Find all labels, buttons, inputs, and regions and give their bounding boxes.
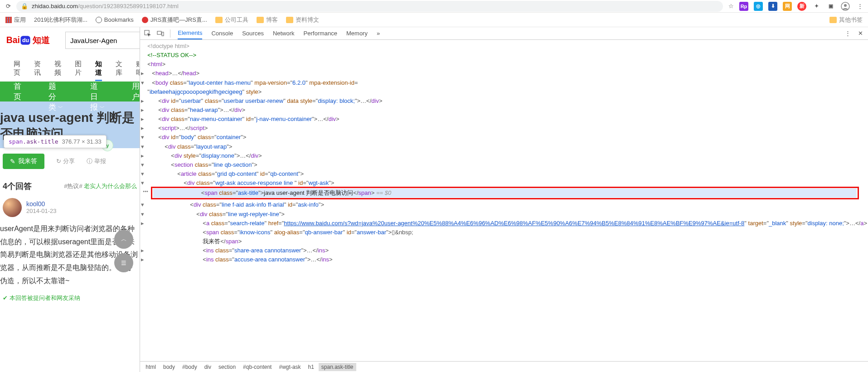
- svg-text:Bai: Bai: [6, 35, 20, 45]
- device-icon[interactable]: [155, 29, 165, 39]
- share-button[interactable]: ↻分享: [56, 157, 75, 165]
- ext-icon[interactable]: ◎: [754, 2, 763, 11]
- nav-home[interactable]: 首页: [0, 81, 35, 102]
- url-bar[interactable]: 🔒 zhidao.baidu.com/question/192389325899…: [16, 1, 723, 12]
- page: Bai du 知道 百度首页 fdaskjhkj ▾ 消息(2) 搜索答案: [0, 27, 140, 372]
- ext-icon[interactable]: ⬇: [768, 2, 777, 11]
- bookmarks-bar: 应用 2019比佛利环翡湖... Bookmarks JRS直播吧—JRS直..…: [0, 13, 868, 27]
- star-icon[interactable]: ☆: [727, 2, 736, 11]
- bc-item[interactable]: span.ask-title: [319, 363, 356, 371]
- ext-icon[interactable]: ▣: [826, 2, 835, 11]
- bookmark-item[interactable]: 2019比佛利环翡湖...: [34, 16, 87, 24]
- devtools-tab-performance[interactable]: Performance: [304, 27, 337, 39]
- inspect-icon[interactable]: [143, 29, 153, 39]
- answer-button[interactable]: ✎我来答: [3, 154, 44, 169]
- bookmark-folder[interactable]: 公司工具: [215, 16, 248, 24]
- pencil-icon: ✎: [10, 158, 15, 165]
- devtools-tab-console[interactable]: Console: [211, 27, 233, 39]
- folder-icon: [829, 17, 837, 23]
- bc-item[interactable]: body: [160, 363, 178, 371]
- bc-item[interactable]: html: [143, 363, 159, 371]
- bc-item[interactable]: section: [216, 363, 238, 371]
- hot-link[interactable]: 老实人为什么会那么: [84, 183, 137, 189]
- svg-rect-8: [162, 32, 164, 36]
- tab-news[interactable]: 资讯: [34, 57, 41, 81]
- gutter-dots: •••: [140, 188, 151, 195]
- tab-web[interactable]: 网页: [14, 57, 20, 81]
- answer-count: 4个回答: [3, 181, 32, 192]
- bc-item[interactable]: #body: [179, 363, 200, 371]
- accepted-badge: ✔本回答被提问者和网友采纳: [0, 292, 140, 304]
- bc-item[interactable]: #qb-content: [240, 363, 274, 371]
- dom-breadcrumbs: html body #body div section #qb-content …: [140, 361, 868, 372]
- url-host: zhidao.baidu.com: [32, 3, 78, 10]
- apps-button[interactable]: 应用: [5, 16, 26, 24]
- bookmark-item[interactable]: Bookmarks: [96, 16, 134, 23]
- devtools-tab-elements[interactable]: Elements: [178, 27, 202, 39]
- menu-icon[interactable]: ⋮: [855, 2, 864, 11]
- nav-user[interactable]: 用户﹀: [118, 81, 140, 102]
- tab-video[interactable]: 视频: [54, 57, 61, 81]
- inspect-dims: 376.77 × 31.33: [62, 138, 102, 145]
- devtools-tab-memory[interactable]: Memory: [346, 27, 368, 39]
- svg-point-1: [844, 4, 847, 7]
- search-input[interactable]: [66, 37, 140, 44]
- avatar[interactable]: [3, 198, 22, 217]
- folder-icon: [215, 17, 223, 23]
- inspect-tooltip: span.ask-title 376.77 × 31.33: [4, 135, 107, 148]
- devtools-close-icon[interactable]: ✕: [855, 29, 865, 39]
- devtools-tab-network[interactable]: Network: [273, 27, 295, 39]
- bookmark-folder[interactable]: 资料博文: [286, 16, 319, 24]
- svg-rect-7: [157, 31, 161, 34]
- bc-item[interactable]: h1: [305, 363, 316, 371]
- tab-tieba[interactable]: 贴吧: [136, 57, 140, 81]
- ext-icon[interactable]: ✦: [812, 2, 821, 11]
- tab-wenku[interactable]: 文库: [116, 57, 122, 81]
- selected-dom-node[interactable]: <span class="ask-title">java user-agent …: [151, 187, 859, 199]
- author-name[interactable]: kool00: [26, 200, 57, 208]
- folder-icon: [257, 17, 264, 23]
- report-button[interactable]: ⓘ举报: [87, 157, 106, 165]
- profile-icon[interactable]: [841, 2, 850, 11]
- devtools: Elements Console Sources Network Perform…: [140, 27, 868, 372]
- svg-text:知道: 知道: [32, 35, 50, 45]
- dom-tree[interactable]: <!doctype html> <!--STATUS OK--> <html> …: [140, 40, 868, 361]
- bc-item[interactable]: div: [202, 363, 214, 371]
- reload-icon[interactable]: ⟳: [4, 2, 13, 11]
- answer-date: 2014-01-23: [26, 208, 57, 214]
- bookmark-item[interactable]: JRS直播吧—JRS直...: [142, 16, 207, 24]
- url-path: /question/1923893258991198107.html: [78, 3, 179, 10]
- lock-icon: 🔒: [21, 3, 28, 10]
- dom-comment: <!--STATUS OK-->: [147, 52, 196, 58]
- ext-icon-new[interactable]: 新: [797, 2, 806, 11]
- tab-image[interactable]: 图片: [75, 57, 82, 81]
- zhidao-nav: 首页 问题分类﹀ 知道日报﹀ 用户﹀ 合伙人﹀: [0, 82, 140, 101]
- scroll-top-button[interactable]: ︿: [114, 230, 133, 249]
- check-icon: ✔: [3, 295, 8, 301]
- bc-item[interactable]: #wgt-ask: [276, 363, 303, 371]
- hot-topic: #热议# 老实人为什么会那么: [64, 182, 137, 190]
- baidu-zhidao-logo[interactable]: Bai du 知道: [3, 34, 62, 47]
- browser-toolbar: ⟳ 🔒 zhidao.baidu.com/question/1923893258…: [0, 0, 868, 13]
- ext-icon[interactable]: Rp: [739, 2, 748, 11]
- other-bookmarks[interactable]: 其他书签: [829, 16, 863, 24]
- devtools-settings-icon[interactable]: ⋮: [843, 29, 853, 39]
- folder-icon: [286, 17, 293, 23]
- share-icon: ↻: [56, 158, 61, 164]
- bookmark-folder[interactable]: 博客: [257, 16, 278, 24]
- dom-doctype: <!doctype html>: [147, 43, 189, 49]
- tab-zhidao[interactable]: 知道: [95, 57, 102, 81]
- devtools-tab-sources[interactable]: Sources: [242, 27, 264, 39]
- search-box: 百度首页 fdaskjhkj ▾ 消息(2): [65, 32, 140, 49]
- info-icon: ⓘ: [87, 157, 92, 165]
- extensions: Rp ◎ ⬇ 网 新 ✦ ▣ ⋮: [739, 2, 864, 11]
- ext-icon[interactable]: 网: [783, 2, 792, 11]
- category-tabs: 网页 资讯 视频 图片 知道 文库 贴吧 采购 地图 更: [0, 53, 140, 82]
- feedback-button[interactable]: ☰: [114, 253, 133, 272]
- svg-text:du: du: [22, 37, 29, 43]
- devtools-tab-more[interactable]: »: [377, 27, 380, 39]
